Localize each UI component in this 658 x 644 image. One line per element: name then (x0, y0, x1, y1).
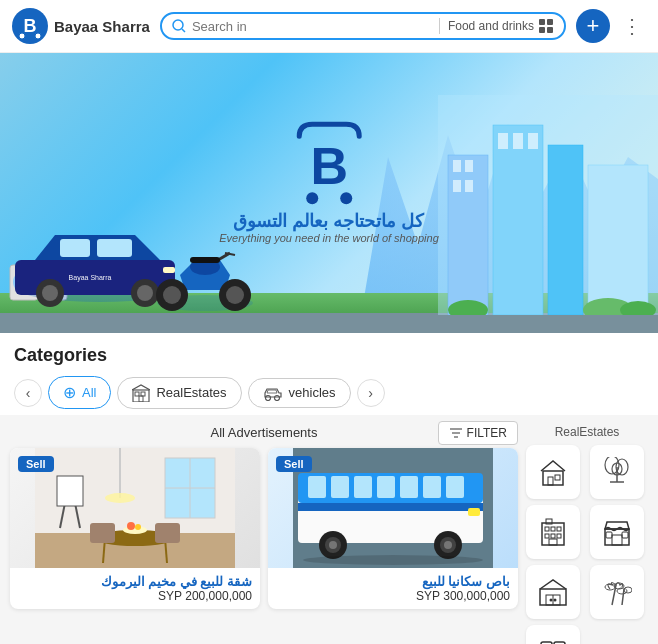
svg-rect-42 (465, 160, 473, 172)
svg-rect-87 (377, 476, 395, 498)
svg-rect-120 (606, 532, 612, 538)
ad-title-bus: باص سكانيا للبيع (276, 574, 510, 589)
svg-rect-114 (551, 534, 555, 538)
search-icon (172, 19, 186, 33)
svg-rect-68 (90, 523, 115, 543)
svg-rect-75 (57, 476, 83, 506)
all-label: All (82, 385, 96, 400)
sidebar-item-garden[interactable] (590, 445, 644, 499)
svg-point-23 (163, 286, 181, 304)
svg-line-130 (622, 589, 624, 605)
banner-arabic-text: كل ماتحتاجه بعالم التسوق (219, 210, 439, 232)
header: B Bayaa Sharra Food and drinks + ⋮ (0, 0, 658, 53)
filter-icon (449, 426, 463, 440)
svg-rect-93 (468, 508, 480, 516)
svg-point-15 (42, 285, 58, 301)
logo-area: B Bayaa Sharra (12, 8, 150, 44)
menu-dots[interactable]: ⋮ (618, 10, 646, 42)
sidebar-item-warehouse[interactable] (526, 565, 580, 619)
garden-icon (602, 457, 632, 487)
svg-line-5 (182, 29, 185, 32)
svg-rect-41 (453, 160, 461, 172)
svg-rect-6 (539, 19, 545, 25)
svg-rect-85 (331, 476, 349, 498)
categories-right-arrow[interactable]: › (357, 379, 385, 407)
svg-text:Bayaa Sharra: Bayaa Sharra (69, 274, 112, 282)
category-vehicles[interactable]: vehicles (248, 378, 351, 408)
svg-rect-84 (308, 476, 326, 498)
ads-grid: Sell شقة للبيع في مخيم اليرموك 200,000,0… (10, 448, 518, 609)
category-realestate[interactable]: RealEstates (117, 377, 241, 409)
svg-rect-69 (155, 523, 180, 543)
svg-rect-121 (622, 532, 628, 538)
svg-rect-47 (513, 133, 523, 149)
banner-bike (150, 235, 260, 315)
ad-title-apartment: شقة للبيع في مخيم اليرموك (18, 574, 252, 589)
svg-rect-102 (548, 477, 553, 485)
svg-rect-46 (498, 133, 508, 149)
sidebar-item-shop[interactable] (590, 505, 644, 559)
realestate-icon (132, 384, 150, 402)
svg-point-58 (265, 395, 270, 400)
svg-rect-28 (190, 257, 220, 263)
svg-point-77 (127, 522, 135, 530)
ad-badge-apartment: Sell (18, 456, 54, 472)
ads-title: All Advertisements (211, 425, 318, 440)
banner-buildings (438, 95, 658, 315)
svg-point-126 (554, 599, 557, 602)
resort-icon (602, 577, 632, 607)
svg-point-125 (550, 599, 553, 602)
svg-rect-118 (605, 529, 629, 545)
svg-point-132 (624, 587, 632, 593)
svg-point-78 (135, 524, 141, 530)
ad-price-bus: 300,000,000 SYP (276, 589, 510, 603)
categories-left-arrow[interactable]: ‹ (14, 379, 42, 407)
warehouse-icon (538, 577, 568, 607)
sidebar-item-resort[interactable] (590, 565, 644, 619)
svg-rect-57 (139, 396, 143, 402)
svg-text:B: B (24, 16, 37, 36)
svg-rect-44 (465, 180, 473, 192)
ad-img-bus: Sell (268, 448, 518, 568)
svg-point-25 (226, 286, 244, 304)
search-input[interactable] (192, 19, 433, 34)
logo-text: Bayaa Sharra (54, 18, 150, 35)
logo-icon: B (12, 8, 48, 44)
sidebar-item-building[interactable] (526, 505, 580, 559)
more-icon (538, 637, 568, 644)
svg-rect-90 (446, 476, 464, 498)
ad-card-bus[interactable]: Sell باص سكانيا للبيع 300,000,000 SYP (268, 448, 518, 609)
sidebar-item-house[interactable] (526, 445, 580, 499)
search-bar[interactable]: Food and drinks (160, 12, 566, 40)
svg-rect-43 (453, 180, 461, 192)
sidebar-item-more[interactable] (526, 625, 580, 644)
categories-section: Categories ‹ ⊕ All RealEstates (0, 333, 658, 415)
filter-button[interactable]: FILTER (438, 421, 518, 445)
add-button[interactable]: + (576, 9, 610, 43)
svg-point-100 (303, 555, 483, 565)
svg-rect-12 (60, 239, 90, 257)
svg-rect-103 (555, 475, 560, 480)
vehicles-label: vehicles (289, 385, 336, 400)
ad-info-bus: باص سكانيا للبيع 300,000,000 SYP (268, 568, 518, 609)
svg-point-76 (123, 526, 147, 534)
category-all[interactable]: ⊕ All (48, 376, 111, 409)
svg-rect-116 (549, 539, 557, 545)
header-actions: + ⋮ (576, 9, 646, 43)
svg-point-37 (306, 192, 318, 204)
ad-badge-bus: Sell (276, 456, 312, 472)
svg-point-2 (19, 33, 25, 39)
banner-content: B كل ماتحتاجه بعالم التسوق Everything yo… (219, 116, 439, 244)
ads-header: All Advertisements FILTER (10, 425, 518, 440)
svg-rect-13 (97, 239, 132, 257)
svg-rect-9 (547, 27, 553, 33)
categories-scroll: ‹ ⊕ All RealEstates vehicles (14, 376, 644, 409)
category-icon (538, 18, 554, 34)
svg-point-80 (105, 493, 135, 503)
svg-text:B: B (310, 137, 348, 195)
house-icon (538, 457, 568, 487)
svg-rect-88 (400, 476, 418, 498)
search-category: Food and drinks (439, 18, 554, 34)
ad-card-apartment[interactable]: Sell شقة للبيع في مخيم اليرموك 200,000,0… (10, 448, 260, 609)
sidebar-grid (526, 445, 648, 644)
